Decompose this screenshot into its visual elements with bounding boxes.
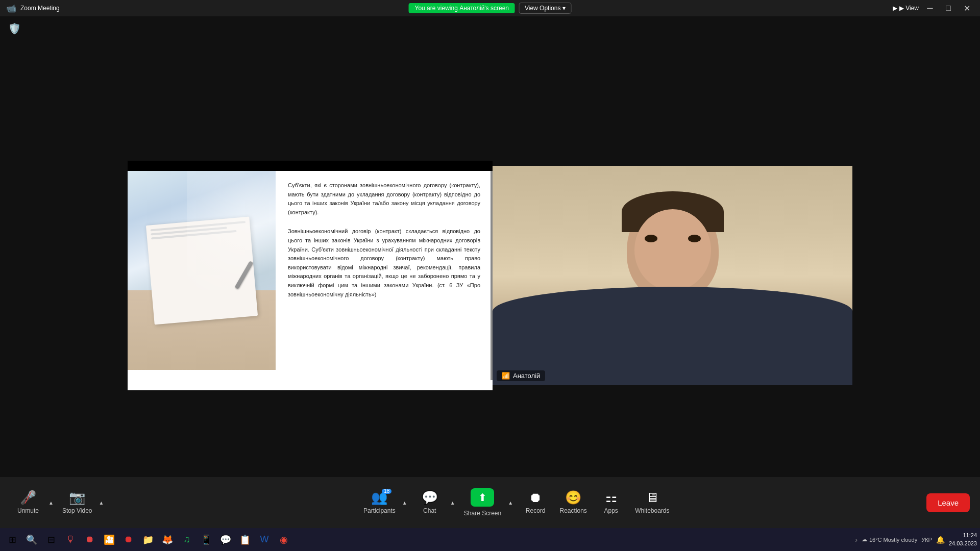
- date: 24.03.2023: [949, 540, 977, 547]
- viber-icon: 📱: [201, 534, 212, 545]
- view-button[interactable]: ▶ ▶ View: [893, 5, 919, 12]
- toolbar-right-group: Leave: [926, 493, 970, 512]
- obs-button[interactable]: ⏺: [119, 531, 138, 549]
- show-desktop-icon: ›: [855, 536, 857, 544]
- share-screen-button[interactable]: ⬆ Share Screen: [460, 482, 505, 523]
- person-silhouette: [493, 166, 852, 385]
- mic-app-icon: 🎙: [66, 534, 75, 545]
- participants-arrow[interactable]: ▲: [400, 482, 410, 523]
- signal-icon: 📶: [502, 372, 510, 380]
- close-button[interactable]: ✕: [960, 1, 974, 15]
- app10-icon: 💬: [220, 534, 231, 545]
- slide-paragraph1: Суб'єкти, які є сторонами зовнішньоеконо…: [288, 181, 480, 217]
- explorer-icon: 📁: [142, 534, 154, 545]
- title-bar-center: You are viewing Анатолій's screen View O…: [409, 3, 572, 14]
- slide-image: [128, 171, 276, 370]
- video-arrow[interactable]: ▲: [96, 482, 107, 523]
- reactions-button[interactable]: 😊 Reactions: [555, 482, 591, 523]
- record-app-button[interactable]: ⏺: [81, 531, 99, 549]
- participant-name-badge: 📶 Анатолій: [497, 370, 545, 381]
- chat-arrow[interactable]: ▲: [448, 482, 458, 523]
- unmute-arrow[interactable]: ▲: [46, 482, 56, 523]
- search-taskbar-icon: 🔍: [26, 534, 37, 545]
- app10-button[interactable]: 💬: [216, 531, 235, 549]
- participants-icon: 👥18: [371, 491, 387, 504]
- weather-icon: ☁: [862, 536, 867, 543]
- spotify-icon: ♫: [183, 534, 190, 545]
- leave-button[interactable]: Leave: [926, 493, 970, 512]
- notepad-icon: 📋: [239, 534, 251, 545]
- stop-video-label: Stop Video: [62, 507, 92, 514]
- word-icon: W: [260, 534, 269, 545]
- chrome-icon: ◉: [280, 534, 288, 545]
- toolbar: 🎤╱ Unmute ▲ 📷 Stop Video ▲ 👥18 Participa…: [0, 477, 980, 528]
- language-indicator: УКР: [921, 537, 932, 543]
- slide-paragraph2: Зовнішньоекономічний договір (контракт) …: [288, 227, 480, 299]
- toolbar-center-group: 👥18 Participants ▲ 💬 Chat ▲ ⬆ Share Scre…: [359, 482, 673, 523]
- record-label: Record: [526, 507, 546, 514]
- shield-icon: 🛡️: [8, 22, 21, 35]
- chevron-down-icon: ▾: [562, 5, 566, 12]
- explorer-button[interactable]: 📁: [139, 531, 157, 549]
- start-button[interactable]: ⊞: [3, 531, 21, 549]
- whiteboards-button[interactable]: 🖥 Whiteboards: [631, 482, 673, 523]
- reactions-icon: 😊: [565, 491, 581, 504]
- participants-button[interactable]: 👥18 Participants: [359, 482, 400, 523]
- task-view-icon: ⊟: [47, 534, 55, 545]
- unmute-button[interactable]: 🎤╱ Unmute: [10, 482, 46, 523]
- record-button[interactable]: ⏺ Record: [518, 482, 553, 523]
- windows-taskbar: ⊞ 🔍 ⊟ 🎙 ⏺ 🎦 ⏺ 📁 🦊 ♫ 📱 💬 📋: [0, 528, 980, 551]
- notepad-button[interactable]: 📋: [236, 531, 254, 549]
- app7-button[interactable]: 🦊: [158, 531, 177, 549]
- title-bar-left: 📹 Zoom Meeting: [6, 4, 60, 13]
- record-app-icon: ⏺: [85, 534, 94, 545]
- main-content: Суб'єкти, які є сторонами зовнішньоеконо…: [0, 41, 980, 500]
- share-screen-icon: ⬆: [471, 488, 494, 507]
- chrome-button[interactable]: ◉: [275, 531, 293, 549]
- whiteboards-label: Whiteboards: [635, 507, 669, 514]
- apps-button[interactable]: ⚏ Apps: [593, 482, 629, 523]
- windows-icon: ⊞: [9, 534, 16, 545]
- share-screen-arrow[interactable]: ▲: [505, 482, 516, 523]
- title-bar: 📹 Zoom Meeting You are viewing Анатолій'…: [0, 0, 980, 16]
- word-button[interactable]: W: [255, 531, 274, 549]
- viber-button[interactable]: 📱: [197, 531, 215, 549]
- task-view-button[interactable]: ⊟: [42, 531, 60, 549]
- maximize-button[interactable]: □: [941, 1, 955, 15]
- chat-button[interactable]: 💬 Chat: [412, 482, 448, 523]
- taskbar-right: › ☁ 16°C Mostly cloudy УКР 🔔 11:24 24.03…: [855, 532, 977, 547]
- mic-app-button[interactable]: 🎙: [61, 531, 80, 549]
- search-taskbar-button[interactable]: 🔍: [22, 531, 41, 549]
- chat-icon: 💬: [422, 491, 438, 504]
- share-screen-label: Share Screen: [464, 510, 501, 517]
- zoom-taskbar-button[interactable]: 🎦: [100, 531, 118, 549]
- participant-name: Анатолій: [513, 372, 540, 380]
- unmute-label: Unmute: [17, 507, 39, 514]
- view-options-button[interactable]: View Options ▾: [519, 3, 571, 14]
- time: 11:24: [949, 532, 977, 539]
- video-icon: 📷: [69, 491, 85, 504]
- zoom-taskbar-icon: 🎦: [104, 534, 115, 545]
- record-icon: ⏺: [529, 491, 542, 504]
- slide-inner: Суб'єкти, які є сторонами зовнішньоеконо…: [128, 171, 493, 390]
- slide-text-area: Суб'єкти, які є сторонами зовнішньоеконо…: [276, 171, 493, 390]
- weather-info: ☁ 16°C Mostly cloudy: [862, 536, 917, 543]
- zoom-logo-icon: 📹: [6, 4, 16, 13]
- stop-video-button[interactable]: 📷 Stop Video: [58, 482, 96, 523]
- reactions-label: Reactions: [559, 507, 586, 514]
- notifications-icon[interactable]: 🔔: [936, 536, 945, 544]
- app7-icon: 🦊: [162, 534, 173, 545]
- title-bar-controls: ▶ ▶ View ─ □ ✕: [893, 1, 974, 15]
- security-bar: 🛡️: [0, 16, 980, 41]
- chat-label: Chat: [423, 507, 436, 514]
- spotify-button[interactable]: ♫: [178, 531, 196, 549]
- time-date: 11:24 24.03.2023: [949, 532, 977, 547]
- weather-text: 16°C Mostly cloudy: [869, 537, 917, 543]
- whiteboards-icon: 🖥: [646, 491, 659, 504]
- video-container: 📶 Анатолій: [493, 166, 852, 385]
- participants-label: Participants: [363, 507, 396, 514]
- obs-icon: ⏺: [124, 534, 133, 545]
- minimize-button[interactable]: ─: [923, 1, 937, 15]
- apps-icon: ⚏: [605, 491, 617, 504]
- apps-label: Apps: [604, 507, 618, 514]
